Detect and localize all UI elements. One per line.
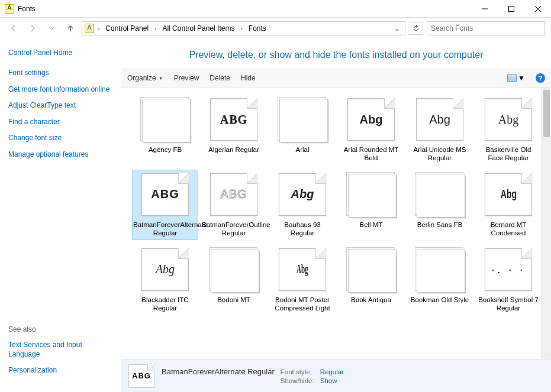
- control-panel-home-link[interactable]: Control Panel Home: [8, 48, 113, 57]
- font-thumbnail: Abg: [278, 247, 327, 292]
- sidebar-link-find-char[interactable]: Find a character: [8, 118, 113, 127]
- close-button[interactable]: [524, 0, 551, 18]
- help-icon[interactable]: ?: [536, 73, 545, 83]
- font-label: Arial Unicode MS Regular: [409, 145, 471, 163]
- font-sample: Abg: [360, 113, 383, 127]
- font-item[interactable]: AbgBlackadder ITC Regular: [132, 245, 198, 315]
- font-item[interactable]: AbgBauhaus 93 Regular: [269, 170, 336, 240]
- font-thumbnail: Abg: [415, 247, 465, 292]
- details-label-showhide: Show/hide:: [281, 377, 314, 384]
- font-sample: Abg: [429, 113, 450, 127]
- font-sample: Abg: [297, 263, 308, 276]
- titlebar: Fonts: [0, 0, 551, 18]
- view-icon: [507, 74, 517, 82]
- font-thumbnail: Abg: [140, 247, 190, 292]
- font-label: Baskerville Old Face Regular: [478, 145, 539, 163]
- font-thumbnail: Abg: [278, 97, 327, 142]
- sidebar-link-optional-features[interactable]: Manage optional features: [8, 150, 113, 160]
- delete-button[interactable]: Delete: [210, 74, 230, 82]
- window-title: Fonts: [18, 5, 471, 13]
- font-item[interactable]: AbgArial Unicode MS Regular: [407, 95, 473, 165]
- sidebar-link-font-settings[interactable]: Font settings: [8, 69, 113, 78]
- breadcrumb-all-items[interactable]: All Control Panel Items: [160, 23, 237, 34]
- hide-button[interactable]: Hide: [241, 74, 256, 82]
- font-item[interactable]: AbgBookman Old Style: [407, 245, 473, 315]
- font-item[interactable]: AbgArial: [269, 95, 336, 165]
- font-grid: AbgAgency FBABGAlgerian RegularAbgArialA…: [121, 88, 542, 359]
- sidebar: Control Panel Home Font settings Get mor…: [0, 39, 121, 392]
- font-item[interactable]: AbgAgency FB: [132, 95, 198, 165]
- see-also-personalization[interactable]: Personalization: [8, 366, 113, 375]
- preview-button[interactable]: Preview: [174, 74, 199, 82]
- font-label: Berlin Sans FB: [417, 221, 463, 229]
- svg-rect-1: [508, 6, 514, 11]
- breadcrumb-control-panel[interactable]: Control Panel: [103, 23, 151, 34]
- font-sample: Abg: [291, 187, 314, 201]
- font-sample: ABG: [220, 113, 247, 127]
- font-item[interactable]: AbgBodoni MT Poster Compressed Light: [269, 245, 336, 315]
- sidebar-link-font-size[interactable]: Change font size: [8, 134, 113, 143]
- font-item[interactable]: ABGBatmanForeverOutline Regular: [201, 170, 267, 240]
- toolbar: Organize▼ Preview Delete Hide ▼ ?: [121, 69, 551, 88]
- search-input[interactable]: Search Fonts: [427, 21, 545, 35]
- details-label-style: Font style:: [281, 368, 314, 375]
- font-sample: Abg: [157, 115, 178, 129]
- minimize-button[interactable]: [471, 0, 498, 18]
- font-item[interactable]: AbgBerlin Sans FB: [407, 170, 473, 240]
- sidebar-link-cleartype[interactable]: Adjust ClearType text: [8, 101, 113, 111]
- font-item[interactable]: ∙. ∙ ∙Bookshelf Symbol 7 Regular: [475, 245, 542, 315]
- see-also-label: See also: [8, 325, 113, 333]
- font-label: Arial: [295, 145, 309, 154]
- organize-button[interactable]: Organize▼: [127, 74, 163, 82]
- font-sample: Abg: [363, 190, 384, 203]
- page-heading: Preview, delete, or show and hide the fo…: [121, 39, 551, 69]
- details-thumbnail: ABG: [128, 364, 154, 388]
- details-sample: ABG: [132, 371, 151, 380]
- font-sample: Abg: [500, 187, 516, 201]
- font-label: Bernard MT Condensed: [478, 221, 539, 238]
- font-thumbnail: Abg: [346, 97, 396, 142]
- font-thumbnail: Abg: [209, 247, 259, 292]
- chevron-right-icon[interactable]: ›: [96, 25, 101, 32]
- font-thumbnail: ABG: [209, 97, 259, 142]
- refresh-button[interactable]: [409, 22, 423, 35]
- see-also-text-services[interactable]: Text Services and Input Language: [8, 341, 113, 359]
- forward-button[interactable]: [25, 21, 40, 36]
- font-thumbnail: Abg: [278, 172, 327, 217]
- sidebar-link-more-info[interactable]: Get more font information online: [8, 85, 113, 95]
- font-item[interactable]: AbgBook Antiqua: [338, 245, 404, 315]
- font-thumbnail: Abg: [484, 172, 533, 217]
- breadcrumb-fonts[interactable]: Fonts: [246, 23, 269, 34]
- font-item[interactable]: AbgBell MT: [338, 170, 404, 240]
- font-label: BatmanForeverOutline Regular: [202, 221, 266, 238]
- font-label: Book Antiqua: [351, 296, 391, 304]
- up-button[interactable]: [63, 21, 78, 36]
- scrollbar-thumb[interactable]: [543, 90, 550, 137]
- font-sample: ABG: [151, 187, 179, 201]
- chevron-down-icon: ▼: [518, 74, 525, 82]
- details-pane: ABG BatmanForeverAlternate Regular Font …: [121, 359, 551, 392]
- font-item[interactable]: AbgBaskerville Old Face Regular: [475, 95, 542, 165]
- address-dropdown-icon[interactable]: ⌄: [392, 24, 402, 33]
- chevron-right-icon[interactable]: ›: [239, 25, 243, 32]
- font-item[interactable]: AbgArial Rounded MT Bold: [338, 95, 404, 165]
- font-thumbnail: ABG: [209, 172, 259, 217]
- font-thumbnail: ABG: [140, 172, 190, 217]
- back-button[interactable]: [6, 21, 21, 36]
- details-value-style[interactable]: Regular: [320, 368, 344, 375]
- view-options-button[interactable]: ▼: [507, 74, 525, 82]
- font-sample: Abg: [431, 190, 453, 203]
- address-box[interactable]: › Control Panel › All Control Panel Item…: [82, 21, 405, 35]
- font-item[interactable]: ABGBatmanForeverAlternate Regular: [132, 170, 198, 240]
- folder-icon: [5, 4, 14, 14]
- font-item[interactable]: AbgBernard MT Condensed: [475, 170, 542, 240]
- scrollbar[interactable]: [542, 88, 551, 359]
- recent-locations-button[interactable]: [44, 21, 59, 36]
- maximize-button[interactable]: [498, 0, 524, 18]
- font-label: Bauhaus 93 Regular: [272, 221, 333, 238]
- chevron-right-icon[interactable]: ›: [153, 25, 157, 32]
- font-item[interactable]: AbgBodoni MT: [201, 245, 267, 315]
- details-value-showhide[interactable]: Show: [320, 377, 344, 384]
- font-item[interactable]: ABGAlgerian Regular: [201, 95, 267, 165]
- font-sample: Abg: [432, 265, 452, 278]
